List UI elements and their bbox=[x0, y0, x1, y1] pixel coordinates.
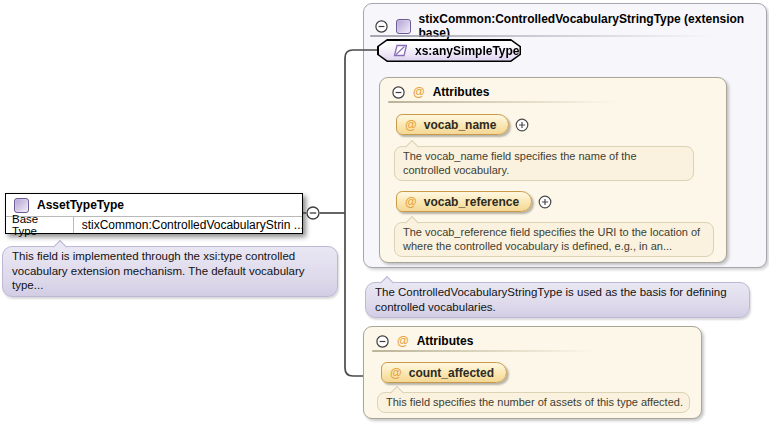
attribute-count-affected[interactable]: @ count_affected bbox=[381, 362, 507, 383]
attribute-doc: The vocab_reference field specifies the … bbox=[394, 222, 714, 257]
attribute-vocab-reference[interactable]: @ vocab_reference bbox=[396, 191, 532, 212]
attribute-doc-text: The vocab_name field specifies the name … bbox=[403, 150, 637, 176]
simple-type-label: xs:anySimpleType bbox=[415, 44, 519, 58]
root-element-title: AssetTypeType bbox=[37, 198, 124, 212]
base-type-label: Base Type bbox=[6, 217, 74, 233]
attribute-doc: The vocab_name field specifies the name … bbox=[394, 146, 694, 181]
base-type-value: stixCommon:ControlledVocabularyStrin ... bbox=[74, 218, 302, 232]
attribute-name: vocab_name bbox=[424, 118, 497, 132]
extension-note: The ControlledVocabularyStringType is us… bbox=[365, 282, 750, 318]
attribute-row: @ vocab_name bbox=[396, 114, 529, 135]
attribute-icon: @ bbox=[405, 119, 417, 131]
root-collapse-toggle-icon[interactable] bbox=[306, 206, 320, 220]
attribute-icon: @ bbox=[413, 86, 425, 98]
attribute-name: vocab_reference bbox=[424, 195, 519, 209]
attribute-icon: @ bbox=[405, 196, 417, 208]
attribute-row: @ vocab_reference bbox=[396, 191, 552, 212]
expand-icon[interactable] bbox=[538, 195, 552, 209]
complex-type-icon bbox=[14, 198, 29, 213]
root-annotation: This field is implemented through the xs… bbox=[2, 246, 338, 297]
attribute-name: count_affected bbox=[409, 366, 494, 380]
collapse-icon[interactable] bbox=[375, 20, 388, 33]
simple-type-icon bbox=[393, 44, 408, 57]
root-annotation-text: This field is implemented through the xs… bbox=[12, 250, 305, 291]
expand-icon[interactable] bbox=[515, 118, 529, 132]
root-base-type-row: Base Type stixCommon:ControlledVocabular… bbox=[6, 217, 302, 233]
attributes-title: Attributes bbox=[417, 334, 474, 348]
header-separator bbox=[388, 101, 637, 103]
attributes-header[interactable]: @ Attributes bbox=[364, 327, 701, 348]
header-separator bbox=[370, 35, 752, 37]
attribute-icon: @ bbox=[397, 335, 409, 347]
attribute-row: @ count_affected bbox=[381, 362, 507, 383]
attribute-vocab-name[interactable]: @ vocab_name bbox=[396, 114, 509, 135]
root-element-box[interactable]: AssetTypeType Base Type stixCommon:Contr… bbox=[5, 193, 303, 234]
complex-type-icon bbox=[396, 19, 411, 34]
extension-note-text: The ControlledVocabularyStringType is us… bbox=[375, 286, 727, 313]
simple-type-box[interactable]: xs:anySimpleType bbox=[377, 39, 521, 62]
attribute-doc-text: The vocab_reference field specifies the … bbox=[403, 226, 700, 252]
attribute-icon: @ bbox=[390, 367, 402, 379]
collapse-icon[interactable] bbox=[376, 335, 389, 348]
attributes-header[interactable]: @ Attributes bbox=[380, 78, 726, 99]
attributes-title: Attributes bbox=[433, 85, 490, 99]
collapse-icon[interactable] bbox=[392, 86, 405, 99]
header-separator bbox=[372, 350, 615, 352]
attribute-doc-text: This field specifies the number of asset… bbox=[386, 396, 683, 408]
attribute-doc: This field specifies the number of asset… bbox=[377, 392, 690, 413]
